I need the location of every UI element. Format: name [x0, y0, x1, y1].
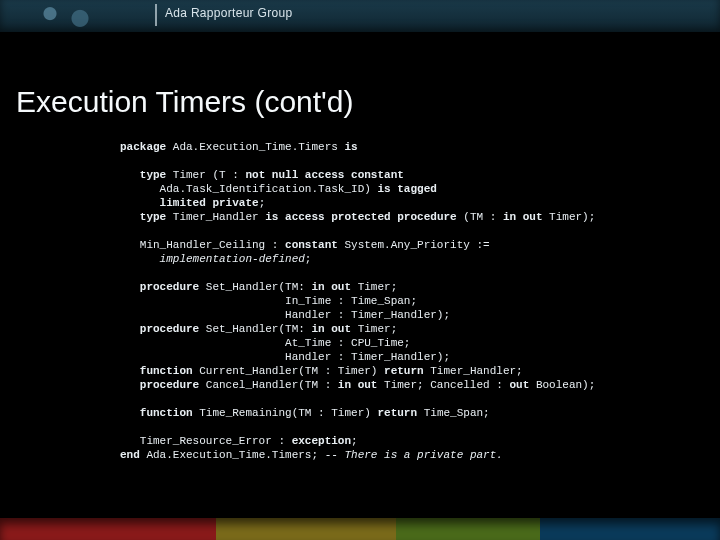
code-text: Boolean);: [529, 379, 595, 391]
impl-defined: implementation-defined: [160, 253, 305, 265]
header-bar: Ada Rapporteur Group: [0, 0, 720, 32]
code-text: Timer_Handler;: [424, 365, 523, 377]
code-block: package Ada.Execution_Time.Timers is typ…: [120, 140, 680, 462]
code-text: At_Time : CPU_Time;: [120, 337, 410, 349]
code-text: In_Time : Time_Span;: [120, 295, 417, 307]
code-text: [120, 253, 160, 265]
code-text: ;: [351, 435, 358, 447]
kw-return: return: [384, 365, 424, 377]
kw-is-access-protected-procedure: is access protected procedure: [265, 211, 456, 223]
kw-procedure: procedure: [120, 281, 199, 293]
code-text: Timer);: [543, 211, 596, 223]
kw-is: is: [344, 141, 357, 153]
code-text: Set_Handler(TM:: [199, 323, 311, 335]
kw-type: type: [120, 169, 166, 181]
kw-limited-private: limited private: [120, 197, 259, 209]
kw-not-null-access-constant: not null access constant: [245, 169, 403, 181]
code-text: Ada.Execution_Time.Timers: [166, 141, 344, 153]
kw-exception: exception: [292, 435, 351, 447]
kw-package: package: [120, 141, 166, 153]
slide: Ada Rapporteur Group Execution Timers (c…: [0, 0, 720, 540]
code-text: Timer_Handler: [166, 211, 265, 223]
kw-function: function: [120, 407, 193, 419]
kw-procedure: procedure: [120, 323, 199, 335]
comment: -- There is a private part.: [325, 449, 503, 461]
code-text: Set_Handler(TM:: [199, 281, 311, 293]
footer-bar: [0, 518, 720, 540]
code-text: Ada.Task_Identification.Task_ID): [120, 183, 377, 195]
slide-title: Execution Timers (cont'd): [16, 85, 354, 119]
code-text: Cancel_Handler(TM :: [199, 379, 338, 391]
kw-out: out: [509, 379, 529, 391]
kw-in-out: in out: [311, 281, 351, 293]
kw-procedure: procedure: [120, 379, 199, 391]
kw-constant: constant: [285, 239, 338, 251]
code-text: Timer;: [351, 281, 397, 293]
kw-end: end: [120, 449, 140, 461]
code-text: Timer;: [351, 323, 397, 335]
code-text: Time_Span;: [417, 407, 490, 419]
code-text: Handler : Timer_Handler);: [120, 309, 450, 321]
code-text: Handler : Timer_Handler);: [120, 351, 450, 363]
code-text: Time_Remaining(TM : Timer): [193, 407, 378, 419]
kw-in-out: in out: [503, 211, 543, 223]
code-text: Timer_Resource_Error :: [120, 435, 292, 447]
kw-in-out: in out: [338, 379, 378, 391]
code-text: (TM :: [457, 211, 503, 223]
kw-type: type: [120, 211, 166, 223]
header-group-name: Ada Rapporteur Group: [165, 6, 292, 20]
code-text: Timer (T :: [166, 169, 245, 181]
kw-in-out: in out: [311, 323, 351, 335]
code-text: System.Any_Priority :=: [338, 239, 490, 251]
code-text: ;: [259, 197, 266, 209]
code-text: Current_Handler(TM : Timer): [193, 365, 384, 377]
kw-function: function: [120, 365, 193, 377]
code-text: Timer; Cancelled :: [377, 379, 509, 391]
kw-return: return: [377, 407, 417, 419]
code-text: Ada.Execution_Time.Timers;: [140, 449, 325, 461]
kw-is-tagged: is tagged: [377, 183, 436, 195]
header-divider: [155, 4, 157, 26]
code-text: ;: [305, 253, 312, 265]
code-text: Min_Handler_Ceiling :: [120, 239, 285, 251]
